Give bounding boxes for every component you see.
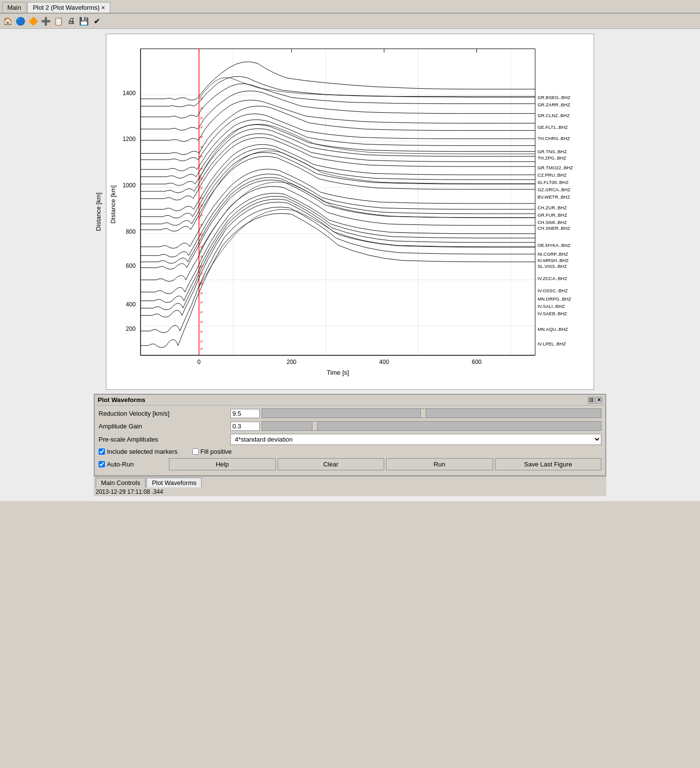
check-icon[interactable]: ✔ [91,15,103,27]
auto-run-label[interactable]: Auto-Run [99,461,167,468]
reduction-velocity-input[interactable] [230,409,260,418]
svg-text:MN.DRPG..BHZ: MN.DRPG..BHZ [537,297,571,302]
controls-title-bar: Plot Waveforms ⊡ ✕ [95,395,605,405]
svg-text:TH.CHRS..BHZ: TH.CHRS..BHZ [537,136,570,141]
clear-button[interactable]: Clear [278,458,385,470]
back-icon[interactable]: 🔵 [15,15,26,27]
svg-text:OE.MYKA..BHZ: OE.MYKA..BHZ [537,243,571,248]
reduction-velocity-row: Reduction Velocity [km/s] [99,408,601,418]
toolbar: 🏠 🔵 🔶 ➕ 📋 🖨 💾 ✔ [0,14,700,29]
svg-text:Time [s]: Time [s] [327,369,349,376]
print-icon[interactable]: 🖨 [65,15,77,27]
prescale-label: Pre-scale Amplitudes [99,436,230,443]
svg-text:800: 800 [126,228,136,235]
svg-text:1000: 1000 [123,182,136,189]
svg-text:MN.AQU..BHZ: MN.AQU..BHZ [537,326,568,332]
plot-container[interactable]: 1400 1200 1000 800 600 400 200 0 200 400… [106,34,594,390]
tab-bar: Main Plot 2 (Plot Waveforms) × [0,0,700,14]
svg-text:CH.SNER..BHZ: CH.SNER..BHZ [537,225,570,231]
controls-panel: Plot Waveforms ⊡ ✕ Reduction Velocity [k… [94,394,606,476]
svg-text:BV.WETR..BHZ: BV.WETR..BHZ [537,194,570,200]
bottom-tab-plot-waveforms[interactable]: Plot Waveforms [146,478,202,487]
svg-text:GE.FLT1..BHZ: GE.FLT1..BHZ [537,124,568,130]
svg-text:600: 600 [126,263,136,269]
svg-text:IV.ZCCA..BHZ: IV.ZCCA..BHZ [537,276,567,281]
home-icon[interactable]: 🏠 [2,15,14,27]
svg-text:200: 200 [287,359,296,365]
svg-text:GR.TNS..BHZ: GR.TNS..BHZ [537,149,567,154]
svg-text:P: P [201,301,203,305]
main-content: Distance [km] [0,29,700,501]
reduction-velocity-label: Reduction Velocity [km/s] [99,410,230,417]
controls-title-icons: ⊡ ✕ [588,397,602,404]
controls-body: Reduction Velocity [km/s] Amplitude Gain… [95,405,605,475]
fill-positive-checkbox-label[interactable]: Fill positive [192,448,232,455]
amplitude-gain-label: Amplitude Gain [99,423,230,430]
waveform-plot: 1400 1200 1000 800 600 400 200 0 200 400… [106,34,594,389]
plot-outer: Distance [km] [106,34,594,390]
svg-text:IV.OSSC..BHZ: IV.OSSC..BHZ [537,288,568,293]
include-markers-checkbox[interactable] [99,448,105,455]
prescale-row: Pre-scale Amplitudes 4*standard deviatio… [99,434,601,445]
amplitude-gain-input[interactable] [230,422,260,431]
auto-run-checkbox[interactable] [99,461,105,467]
svg-text:P: P [201,245,203,249]
svg-text:GR.ZARR..BHZ: GR.ZARR..BHZ [537,102,570,107]
svg-text:400: 400 [126,301,136,308]
forward-icon[interactable]: 🔶 [27,15,39,27]
bottom-tab-bar: Main Controls Plot Waveforms [94,476,606,487]
svg-text:200: 200 [126,325,136,332]
reduction-velocity-slider[interactable] [262,408,601,418]
svg-text:400: 400 [379,359,389,365]
save-last-figure-button[interactable]: Save Last Figure [495,458,602,470]
add-icon[interactable]: ➕ [40,15,52,27]
copy-icon[interactable]: 📋 [53,15,64,27]
svg-rect-0 [106,34,594,389]
svg-text:GR.FUR..BHZ: GR.FUR..BHZ [537,212,567,218]
svg-text:Distance [km]: Distance [km] [109,185,117,223]
controls-title: Plot Waveforms [98,396,145,404]
svg-text:CH.ZUR..BHZ: CH.ZUR..BHZ [537,205,567,210]
svg-text:TH.ZPG..BHZ: TH.ZPG..BHZ [537,155,566,161]
svg-text:IG.FLT00..BHZ: IG.FLT00..BHZ [537,180,569,185]
bottom-tab-main-controls[interactable]: Main Controls [96,478,145,487]
svg-text:1400: 1400 [123,90,136,97]
restore-icon[interactable]: ⊡ [588,397,595,404]
tab-plot2[interactable]: Plot 2 (Plot Waveforms) × [27,2,110,13]
prescale-dropdown[interactable]: 4*standard deviation 2*standard deviatio… [230,434,601,445]
include-markers-label: Include selected markers [107,448,178,455]
svg-text:1200: 1200 [123,136,136,142]
svg-text:P: P [201,186,203,191]
svg-text:P: P [201,125,203,130]
svg-text:P: P [201,330,203,334]
svg-text:P: P [201,340,203,344]
svg-text:NI.CGRP..BHZ: NI.CGRP..BHZ [537,251,568,257]
run-button[interactable]: Run [386,458,493,470]
amplitude-gain-slider[interactable] [262,421,601,431]
svg-text:P: P [201,291,203,296]
include-markers-checkbox-label[interactable]: Include selected markers [99,448,178,455]
svg-text:CZ.PRU..BHZ: CZ.PRU..BHZ [537,172,567,178]
checkbox-row: Include selected markers Fill positive [99,448,601,455]
svg-text:SL.VISS..BHZ: SL.VISS..BHZ [537,263,567,269]
svg-text:P: P [201,347,203,351]
svg-text:GZ.GRCA..BHZ: GZ.GRCA..BHZ [537,187,571,192]
svg-text:P: P [201,116,203,121]
status-bar: 2013-12-29 17:11:08 .344 [94,487,606,496]
svg-text:CH.SIMI..BHZ: CH.SIMI..BHZ [537,220,567,225]
auto-run-text: Auto-Run [107,461,134,468]
save-icon[interactable]: 💾 [78,15,90,27]
svg-text:600: 600 [472,359,481,365]
svg-text:IV.LPEL..BHZ: IV.LPEL..BHZ [537,341,566,346]
amplitude-gain-row: Amplitude Gain [99,421,601,431]
tab-main[interactable]: Main [2,2,26,13]
close-panel-icon[interactable]: ✕ [596,397,602,404]
help-button[interactable]: Help [169,458,276,470]
y-axis-label: Distance [km] [95,193,102,231]
svg-text:GR.TMO22..BHZ: GR.TMO22..BHZ [537,165,573,170]
svg-text:KI.MRSH..BHZ: KI.MRSH..BHZ [537,258,569,263]
svg-text:P: P [201,320,203,324]
svg-text:IV.SAEB..BHZ: IV.SAEB..BHZ [537,311,567,316]
svg-text:IV.SALI..BHZ: IV.SALI..BHZ [537,303,565,309]
fill-positive-checkbox[interactable] [192,448,199,455]
